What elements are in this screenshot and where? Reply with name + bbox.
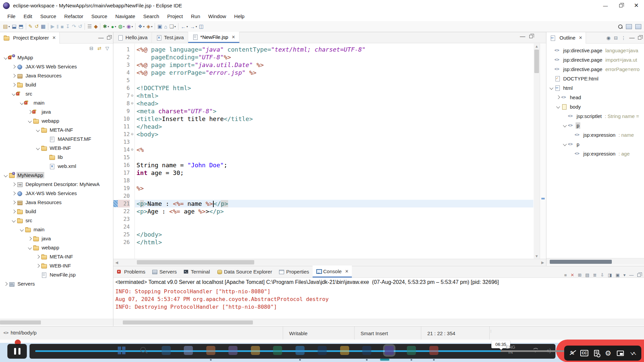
- maximize-editor-icon[interactable]: [529, 35, 533, 38]
- terminate-icon[interactable]: ■: [564, 273, 567, 278]
- console-tab-data-source-explorer[interactable]: Data Source Explorer: [213, 266, 275, 278]
- outline-item-jsp-scriptlet[interactable]: jsp:scriptlet: String name =: [546, 111, 644, 121]
- app-icon[interactable]: [251, 346, 260, 355]
- fold-icon[interactable]: ⊖: [130, 100, 135, 107]
- code-line-8[interactable]: 8⊖<head>: [113, 100, 533, 107]
- outline-icon[interactable]: ☰: [86, 22, 93, 31]
- code-line-23[interactable]: 23: [113, 215, 533, 223]
- menu-search[interactable]: Search: [139, 13, 163, 19]
- app-icon[interactable]: [429, 346, 438, 355]
- edit-icon[interactable]: ✎: [28, 22, 34, 31]
- closed-captions-icon[interactable]: CC: [580, 350, 588, 356]
- search-icon[interactable]: [618, 24, 623, 29]
- collapse-arrow-icon[interactable]: [20, 228, 23, 231]
- tree-item-java-resources[interactable]: Java Resources: [0, 198, 113, 207]
- code-line-20[interactable]: 20: [113, 192, 533, 200]
- expand-arrow-icon[interactable]: [12, 182, 15, 186]
- volume-icon[interactable]: ◄): [545, 348, 551, 353]
- expand-arrow-icon[interactable]: [36, 264, 40, 267]
- run-icon[interactable]: ●▾: [110, 22, 117, 31]
- filter-icon[interactable]: ▽: [105, 46, 109, 51]
- fold-icon[interactable]: ⊖: [130, 146, 135, 154]
- tree-item-jax-ws-web-services[interactable]: JAX-WS Web Services: [0, 62, 113, 71]
- fold-icon[interactable]: ⊖: [130, 130, 135, 138]
- remove-launch-icon[interactable]: ✕: [571, 273, 574, 278]
- tree-item-main[interactable]: main: [0, 98, 113, 107]
- settings-icon[interactable]: ⚙: [605, 349, 611, 357]
- tree-item-src[interactable]: src: [0, 89, 113, 98]
- collapse-arrow-icon[interactable]: [36, 128, 40, 132]
- app-icon[interactable]: [184, 346, 193, 355]
- console-tab-properties[interactable]: Properties: [275, 266, 312, 278]
- undo-icon[interactable]: ↺: [34, 22, 40, 31]
- outline-item-p[interactable]: p: [546, 139, 644, 149]
- project-explorer-scrollbar[interactable]: [0, 319, 113, 325]
- editor-tab-newfile-jsp[interactable]: *NewFile.jsp✕: [188, 32, 239, 43]
- collapse-all-icon[interactable]: ⊟: [90, 46, 94, 51]
- code-line-18[interactable]: 18: [113, 177, 533, 184]
- search-icon[interactable]: [139, 346, 148, 355]
- open-element-icon[interactable]: ▦: [40, 22, 47, 31]
- dropdown-arrow-icon[interactable]: ▾: [174, 25, 176, 28]
- outline-item-head[interactable]: head: [546, 93, 644, 102]
- debug-icon[interactable]: ✱▾: [102, 22, 110, 31]
- collapse-arrow-icon[interactable]: [12, 219, 15, 222]
- dropdown-arrow-icon[interactable]: ▾: [186, 25, 188, 28]
- link-editor-icon[interactable]: ⇄: [97, 46, 101, 51]
- tree-item-manifest-mf[interactable]: MANIFEST.MF: [0, 134, 113, 143]
- annotation-icon[interactable]: ❏▾: [168, 22, 177, 31]
- outline-item-html[interactable]: html: [546, 83, 644, 93]
- menu-navigate[interactable]: Navigate: [111, 13, 139, 19]
- code-line-1[interactable]: 1<%@ page language="java" contentType="t…: [113, 46, 533, 53]
- code-line-3[interactable]: 3<%@ page import="java.util.Date" %>: [113, 61, 533, 69]
- code-line-24[interactable]: 24: [113, 223, 533, 231]
- pause-button[interactable]: [7, 344, 27, 359]
- collapse-arrow-icon[interactable]: [4, 56, 7, 59]
- menu-source[interactable]: Source: [87, 13, 111, 19]
- outline-item-jsp-directive-page[interactable]: jsp:directive.pageimport=java.ut: [546, 55, 644, 64]
- outline-item-p[interactable]: p: [546, 121, 644, 130]
- minimize-view-icon[interactable]: —: [629, 35, 635, 41]
- tree-item-servers[interactable]: Servers: [0, 279, 113, 288]
- fold-icon[interactable]: ⊖: [130, 92, 135, 100]
- home-icon[interactable]: ⌂: [163, 22, 168, 31]
- clear-console-icon[interactable]: ▤: [585, 273, 589, 278]
- collapse-all-icon[interactable]: ⊟: [614, 35, 618, 41]
- code-line-21[interactable]: 21<p>Name : <%= name %></p>: [113, 200, 533, 207]
- tree-item-meta-inf[interactable]: META-INF: [0, 252, 113, 261]
- tree-item-deployment-descriptor-mynewa[interactable]: Deployment Descriptor: MyNewA: [0, 180, 113, 189]
- step-over-icon[interactable]: ↷: [71, 22, 77, 31]
- app-icon[interactable]: [296, 346, 305, 355]
- console-tab-terminal[interactable]: Terminal: [180, 266, 213, 278]
- view-menu-icon[interactable]: ⋮: [621, 35, 626, 41]
- tree-item-build[interactable]: build: [0, 80, 113, 89]
- editor-tab-test-java[interactable]: Test.java: [152, 32, 188, 43]
- transcript-icon[interactable]: [594, 350, 599, 356]
- close-icon[interactable]: ✕: [52, 35, 56, 40]
- code-line-16[interactable]: 16String name = "John Doe";: [113, 161, 533, 169]
- step-return-icon[interactable]: ↺: [77, 22, 84, 31]
- console-horizontal-scrollbar[interactable]: [113, 319, 644, 325]
- tab-outline[interactable]: Outline ✕: [546, 32, 586, 44]
- outline-item-jsp-expression[interactable]: jsp:expression: name: [546, 130, 644, 139]
- outline-horizontal-scrollbar[interactable]: [546, 258, 644, 265]
- tree-item-newfile-jsp[interactable]: NewFile.jsp: [0, 270, 113, 279]
- expand-arrow-icon[interactable]: [12, 74, 15, 77]
- expand-arrow-icon[interactable]: [36, 255, 40, 258]
- maximize-view-icon[interactable]: [637, 274, 641, 277]
- menu-edit[interactable]: Edit: [19, 13, 36, 19]
- dropdown-arrow-icon[interactable]: ▾: [8, 25, 10, 28]
- code-line-5[interactable]: 5: [113, 76, 533, 84]
- deploy-icon[interactable]: ◈▾: [146, 22, 154, 31]
- code-line-17[interactable]: 17int age = 30;: [113, 169, 533, 177]
- minimize-button[interactable]: —: [598, 0, 613, 11]
- forward-icon[interactable]: →▾: [189, 22, 198, 31]
- scroll-lock-icon[interactable]: ≣: [593, 273, 597, 278]
- collapse-arrow-icon[interactable]: [28, 119, 32, 123]
- dropdown-arrow-icon[interactable]: ▾: [115, 25, 116, 28]
- terminate-icon[interactable]: ■: [60, 22, 65, 31]
- tree-item-build[interactable]: build: [0, 207, 113, 216]
- expand-arrow-icon[interactable]: [12, 83, 15, 86]
- expand-arrow-icon[interactable]: [12, 209, 15, 213]
- app-icon[interactable]: [362, 346, 371, 355]
